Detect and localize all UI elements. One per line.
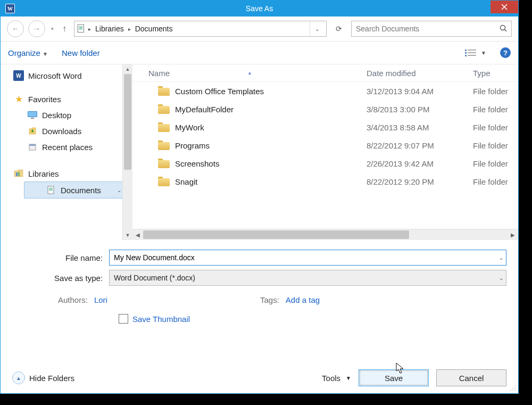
file-row[interactable]: MyDefaultFolder3/8/2013 3:00 PMFile fold… xyxy=(132,100,518,118)
tree-label: Libraries xyxy=(28,169,59,178)
dialog-footer: ▲ Hide Folders Tools▼ Save Cancel xyxy=(1,362,518,393)
svg-rect-5 xyxy=(79,28,83,28)
tree-label: Recent places xyxy=(42,143,93,152)
tree-label: Microsoft Word xyxy=(28,71,82,80)
refresh-button[interactable]: ⟳ xyxy=(331,24,347,33)
tree-label: Documents xyxy=(61,186,101,195)
file-row[interactable]: Snagit8/22/2012 9:20 PMFile folder xyxy=(132,172,518,191)
svg-rect-3 xyxy=(78,24,84,32)
svg-rect-20 xyxy=(16,172,18,176)
tree-recent[interactable]: Recent places xyxy=(8,139,132,155)
save-form: File name: ⌄ Save as type: Word Document… xyxy=(1,240,518,324)
svg-point-30 xyxy=(512,390,513,391)
file-date: 3/4/2013 8:58 AM xyxy=(367,123,473,132)
history-dropdown[interactable]: ▾ xyxy=(49,26,55,31)
column-name[interactable]: Name▲ xyxy=(132,69,367,78)
file-date: 8/22/2012 9:07 PM xyxy=(367,141,473,150)
tree-libraries[interactable]: Libraries xyxy=(8,166,132,181)
authors-value[interactable]: Lori xyxy=(94,295,107,304)
close-icon xyxy=(501,4,508,10)
scroll-left-icon[interactable]: ◀ xyxy=(132,232,143,238)
svg-rect-13 xyxy=(465,55,467,56)
file-row[interactable]: Custom Office Templates3/12/2013 9:04 AM… xyxy=(132,82,518,100)
scrollbar-thumb[interactable] xyxy=(143,230,409,239)
save-thumbnail-label[interactable]: Save Thumbnail xyxy=(132,315,190,324)
tree-desktop[interactable]: Desktop xyxy=(8,107,132,123)
address-dropdown[interactable]: ⌄ xyxy=(310,21,324,36)
folder-icon xyxy=(158,86,170,96)
documents-icon xyxy=(46,185,56,195)
scroll-right-icon[interactable]: ▶ xyxy=(508,232,518,238)
title-bar: W Save As xyxy=(1,1,518,16)
chevron-down-icon[interactable]: ⌄ xyxy=(499,275,503,281)
sort-asc-icon: ▲ xyxy=(247,70,252,76)
chevron-down-icon[interactable]: ⌄ xyxy=(499,255,503,261)
svg-rect-21 xyxy=(18,172,20,176)
tree-favorites[interactable]: ★ Favorites xyxy=(8,91,132,107)
svg-point-31 xyxy=(514,390,516,391)
close-button[interactable] xyxy=(491,1,518,13)
up-icon: ↑ xyxy=(62,24,66,33)
tree-documents[interactable]: Documents ⌄ xyxy=(24,181,123,199)
save-thumbnail-checkbox[interactable] xyxy=(119,314,128,324)
savetype-select[interactable]: Word Document (*.docx) xyxy=(109,270,506,286)
desktop-icon xyxy=(27,110,38,120)
tags-label: Tags: xyxy=(260,295,279,304)
hide-folders-button[interactable]: ▲ Hide Folders xyxy=(12,371,74,384)
new-folder-button[interactable]: New folder xyxy=(62,48,100,57)
word-app-icon: W xyxy=(3,1,18,16)
sidebar-scrollbar[interactable]: ▲ ▼ xyxy=(122,64,132,240)
filename-input[interactable] xyxy=(109,250,506,266)
svg-text:W: W xyxy=(7,6,13,12)
search-icon[interactable] xyxy=(495,24,511,34)
file-row[interactable]: Programs8/22/2012 9:07 PMFile folder xyxy=(132,136,518,154)
help-icon: ? xyxy=(503,49,508,57)
forward-button[interactable]: → xyxy=(28,20,45,37)
svg-rect-14 xyxy=(468,55,476,56)
file-date: 3/12/2013 9:04 AM xyxy=(367,87,473,96)
help-button[interactable]: ? xyxy=(500,47,511,58)
nav-bar: ← → ▾ ↑ ▸ Libraries ▸ Documents ⌄ ⟳ xyxy=(1,16,518,42)
downloads-icon xyxy=(27,126,38,136)
tags-value[interactable]: Add a tag xyxy=(286,295,320,304)
search-box[interactable] xyxy=(351,21,512,37)
tree-label: Favorites xyxy=(28,95,61,104)
svg-rect-25 xyxy=(49,190,53,191)
resize-grip[interactable] xyxy=(509,384,516,391)
file-row[interactable]: Screenshots2/26/2013 9:42 AMFile folder xyxy=(132,154,518,172)
organize-menu[interactable]: Organize ▼ xyxy=(8,48,48,57)
chevron-up-icon: ▲ xyxy=(12,371,25,384)
breadcrumb-documents[interactable]: Documents xyxy=(133,24,175,33)
folder-icon xyxy=(158,177,170,186)
folder-icon xyxy=(158,122,170,132)
file-list-hscroll[interactable]: ◀ ▶ xyxy=(132,229,518,240)
up-button[interactable]: ↑ xyxy=(59,24,70,34)
scroll-up-icon[interactable]: ▲ xyxy=(123,64,132,74)
view-options[interactable]: ▼ xyxy=(465,49,486,56)
file-date: 2/26/2013 9:42 AM xyxy=(367,159,473,168)
svg-point-26 xyxy=(514,385,516,386)
address-bar[interactable]: ▸ Libraries ▸ Documents ⌄ xyxy=(74,21,327,37)
save-button[interactable]: Save xyxy=(359,369,429,386)
tree-downloads[interactable]: Downloads xyxy=(8,123,132,139)
file-row[interactable]: MyWork3/4/2013 8:58 AMFile folder xyxy=(132,118,518,136)
savetype-label: Save as type: xyxy=(12,274,109,283)
column-type[interactable]: Type xyxy=(473,69,518,78)
back-button[interactable]: ← xyxy=(7,20,24,37)
breadcrumb-sep-icon: ▸ xyxy=(88,26,91,32)
organize-toolbar: Organize ▼ New folder ▼ ? xyxy=(1,42,518,64)
svg-rect-11 xyxy=(465,52,467,54)
star-icon: ★ xyxy=(13,94,24,104)
search-input[interactable] xyxy=(352,24,495,33)
scrollbar-thumb[interactable] xyxy=(124,74,131,170)
refresh-icon: ⟳ xyxy=(336,24,342,33)
breadcrumb-libraries[interactable]: Libraries xyxy=(93,24,126,33)
chevron-down-icon[interactable]: ⌄ xyxy=(117,187,122,193)
column-date[interactable]: Date modified xyxy=(367,69,473,78)
file-type: File folder xyxy=(473,105,518,114)
scroll-down-icon[interactable]: ▼ xyxy=(123,230,132,240)
cancel-button[interactable]: Cancel xyxy=(436,369,506,386)
tree-msword[interactable]: W Microsoft Word xyxy=(8,68,132,84)
file-list: Name▲ Date modified Type Custom Office T… xyxy=(132,64,518,240)
tools-menu[interactable]: Tools▼ xyxy=(322,374,351,383)
